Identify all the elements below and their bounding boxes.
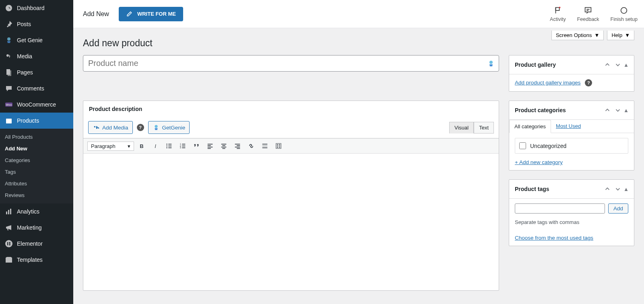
sidebar-item-templates[interactable]: Templates <box>0 252 73 268</box>
svg-point-25 <box>155 125 157 128</box>
getgenie-button[interactable]: GetGenie <box>148 121 190 134</box>
genie-icon[interactable] <box>487 60 495 68</box>
toolbar-toggle-button[interactable] <box>272 140 285 152</box>
sidebar-item-analytics[interactable]: Analytics <box>0 203 73 220</box>
align-center-button[interactable] <box>218 140 230 152</box>
category-checkbox[interactable] <box>519 142 526 149</box>
bullet-list-button[interactable] <box>163 140 175 152</box>
sidebar-item-label: Comments <box>17 85 44 92</box>
sidebar-item-label: Analytics <box>17 208 39 215</box>
product-description-box: Product description Add Media ? GetGenie <box>83 101 499 291</box>
svg-rect-3 <box>8 70 11 76</box>
help-icon[interactable]: ? <box>137 124 144 131</box>
activity-button[interactable]: Activity <box>550 6 566 22</box>
help-icon[interactable]: ? <box>585 79 592 86</box>
svg-rect-50 <box>262 144 268 145</box>
help-button[interactable]: Help ▼ <box>607 31 634 40</box>
sidebar-item-label: WooCommerce <box>17 101 56 108</box>
submenu-categories[interactable]: Categories <box>0 154 73 166</box>
sidebar-item-getgenie[interactable]: Get Genie <box>0 32 73 48</box>
svg-rect-55 <box>279 144 281 145</box>
link-button[interactable] <box>245 140 257 152</box>
align-right-button[interactable] <box>231 140 244 152</box>
write-for-me-button[interactable]: WRITE FOR ME <box>119 7 183 21</box>
analytics-icon <box>5 207 13 216</box>
choose-used-tags-link[interactable]: Choose from the most used tags <box>515 235 593 241</box>
pages-icon <box>5 68 13 76</box>
submenu-attributes[interactable]: Attributes <box>0 178 73 189</box>
sidebar-item-media[interactable]: Media <box>0 48 73 64</box>
sidebar-item-pages[interactable]: Pages <box>0 64 73 80</box>
sidebar-item-dashboard[interactable]: Dashboard <box>0 0 73 16</box>
screen-options-button[interactable]: Screen Options ▼ <box>551 31 604 40</box>
sidebar-item-marketing[interactable]: Marketing <box>0 220 73 236</box>
add-media-button[interactable]: Add Media <box>88 121 133 134</box>
svg-rect-57 <box>279 146 281 146</box>
genie-icon <box>5 36 13 44</box>
align-left-button[interactable] <box>204 140 216 152</box>
move-up-icon[interactable] <box>603 106 612 115</box>
move-down-icon[interactable] <box>613 185 622 193</box>
svg-text:3: 3 <box>180 146 181 149</box>
toggle-icon[interactable]: ▴ <box>624 61 628 69</box>
sidebar-item-woocommerce[interactable]: Woo WooCommerce <box>0 97 73 113</box>
add-new-category-link[interactable]: + Add new category <box>515 159 563 165</box>
move-up-icon[interactable] <box>603 60 612 69</box>
add-gallery-images-link[interactable]: Add product gallery images <box>515 80 581 86</box>
toggle-icon[interactable]: ▴ <box>624 185 628 193</box>
paragraph-select[interactable]: Paragraph▾ <box>87 142 134 151</box>
bold-button[interactable]: B <box>136 140 148 152</box>
category-uncategorized[interactable]: Uncategorized <box>519 142 624 149</box>
tab-all-categories[interactable]: All categories <box>509 120 551 133</box>
svg-point-28 <box>166 146 167 147</box>
description-header: Product description <box>83 101 499 117</box>
numbered-list-button[interactable]: 123 <box>177 140 189 152</box>
product-name-input[interactable] <box>83 55 499 72</box>
finish-setup-button[interactable]: Finish setup <box>611 6 638 22</box>
write-button-label: WRITE FOR ME <box>137 11 176 17</box>
submenu-add-new[interactable]: Add New <box>0 143 73 154</box>
topbar-title: Add New <box>83 10 109 18</box>
admin-sidebar: Dashboard Posts Get Genie Media Pages Co… <box>0 0 73 304</box>
svg-point-22 <box>621 7 627 13</box>
submenu-reviews[interactable]: Reviews <box>0 189 73 201</box>
svg-rect-54 <box>277 144 279 145</box>
sidebar-item-comments[interactable]: Comments <box>0 80 73 97</box>
svg-rect-44 <box>221 147 227 148</box>
move-down-icon[interactable] <box>613 60 622 69</box>
svg-rect-33 <box>182 144 185 145</box>
category-list: Uncategorized <box>515 138 628 154</box>
media-icon <box>5 52 13 60</box>
sidebar-item-label: Get Genie <box>17 37 43 43</box>
svg-rect-38 <box>208 144 213 145</box>
svg-point-1 <box>6 54 9 57</box>
woo-icon: Woo <box>5 101 13 109</box>
svg-point-24 <box>94 126 96 127</box>
tab-text[interactable]: Text <box>474 122 494 134</box>
add-tag-button[interactable]: Add <box>608 203 628 214</box>
feedback-button[interactable]: Feedback <box>577 6 599 22</box>
move-up-icon[interactable] <box>603 185 612 193</box>
tag-input[interactable] <box>515 203 605 214</box>
italic-button[interactable]: I <box>149 140 161 152</box>
svg-point-30 <box>166 147 167 148</box>
tab-most-used[interactable]: Most Used <box>551 120 586 133</box>
templates-icon <box>5 256 13 264</box>
main-area: Add New WRITE FOR ME Activity Feedback <box>73 0 644 304</box>
editor-content[interactable] <box>83 154 499 290</box>
submenu-all-products[interactable]: All Products <box>0 131 73 143</box>
blockquote-button[interactable] <box>190 140 202 152</box>
move-down-icon[interactable] <box>613 106 622 115</box>
sidebar-item-products[interactable]: Products <box>0 113 73 129</box>
products-submenu: All Products Add New Categories Tags Att… <box>0 129 73 203</box>
submenu-tags[interactable]: Tags <box>0 166 73 178</box>
svg-point-18 <box>559 6 561 8</box>
sidebar-item-elementor[interactable]: Elementor <box>0 236 73 252</box>
tab-visual[interactable]: Visual <box>449 122 474 134</box>
product-gallery-panel: Product gallery ▴ Add product gallery im… <box>509 55 634 92</box>
comments-icon <box>5 84 13 92</box>
insert-more-button[interactable] <box>259 140 271 152</box>
sidebar-item-posts[interactable]: Posts <box>0 16 73 32</box>
tag-hint: Separate tags with commas <box>515 219 628 225</box>
toggle-icon[interactable]: ▴ <box>624 106 628 114</box>
